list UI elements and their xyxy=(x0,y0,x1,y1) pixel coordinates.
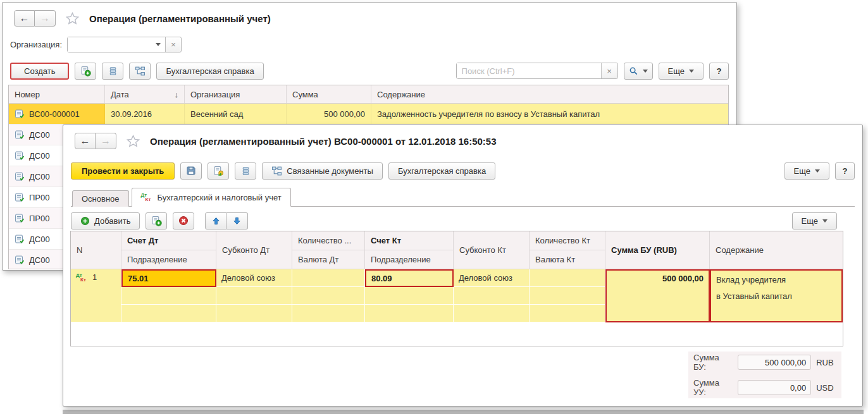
search-input[interactable] xyxy=(457,63,601,78)
credit-account-cell[interactable]: 80.09 xyxy=(365,269,454,287)
favorite-star-icon[interactable] xyxy=(66,12,79,25)
credit-quantity-cell[interactable] xyxy=(530,269,605,287)
total-uu-field[interactable]: 0,00 xyxy=(738,380,811,395)
move-down-button[interactable] xyxy=(226,212,248,229)
debit-currency-cell[interactable] xyxy=(292,287,365,305)
document-toolbar-right: Еще ? xyxy=(784,162,855,180)
grid-header-content[interactable]: Содержание xyxy=(710,231,843,269)
totals-panel: Сумма БУ: 500 000,00 RUB Сумма УУ: 0,00 … xyxy=(688,352,841,398)
credit-division-cell[interactable] xyxy=(365,287,454,305)
org-cell[interactable]: Весенний сад xyxy=(185,104,287,124)
content-cell[interactable]: Задолженность учредителя по взносу в Уст… xyxy=(371,104,728,124)
accounting-note-button[interactable]: Бухгалтерская справка xyxy=(388,162,495,180)
amount-cell[interactable]: 500 000,00 xyxy=(605,269,710,322)
accounting-note-button[interactable]: Бухгалтерская справка xyxy=(156,63,263,80)
more-button[interactable]: Еще xyxy=(659,63,704,80)
column-header-sum[interactable]: Сумма xyxy=(287,85,371,103)
sort-desc-icon: ↓ xyxy=(175,90,179,99)
content-line: в Уставный капитал xyxy=(716,291,792,301)
sum-cell[interactable]: 500 000,00 xyxy=(287,104,371,124)
empty-cell[interactable] xyxy=(365,305,454,322)
organization-combo[interactable]: × xyxy=(67,37,182,52)
clear-search-icon[interactable]: × xyxy=(601,63,617,78)
posted-document-icon xyxy=(15,109,25,119)
organization-input[interactable] xyxy=(68,37,151,52)
column-header-date[interactable]: Дата ↓ xyxy=(105,85,185,103)
empty-cell[interactable] xyxy=(216,305,292,322)
grid-header-credit-account[interactable]: Счет Кт xyxy=(365,231,454,250)
number-cell[interactable]: ВС00-000001 xyxy=(9,104,105,124)
document-toolbar: Провести и закрыть xyxy=(71,162,855,180)
nav-group: ← → xyxy=(14,10,56,27)
grid-header-n[interactable]: N xyxy=(71,231,121,269)
page-title: Операция (регламентированный учет) ВС00-… xyxy=(150,136,497,147)
column-header-number[interactable]: Номер xyxy=(9,85,105,103)
credit-subconto-cell[interactable]: Деловой союз xyxy=(454,269,530,287)
more-label: Еще xyxy=(668,66,685,76)
entry-content-cell[interactable]: Вклад учредителя в Уставный капитал xyxy=(710,269,843,322)
save-button[interactable] xyxy=(180,162,202,180)
post-document-button[interactable] xyxy=(208,162,229,180)
posted-document-icon xyxy=(15,234,25,244)
document-number: ДС00 xyxy=(29,235,50,244)
move-row-buttons xyxy=(205,212,248,229)
column-header-org[interactable]: Организация xyxy=(185,85,287,103)
delete-row-button[interactable] xyxy=(173,212,194,229)
related-documents-button[interactable]: Связанные документы xyxy=(262,162,383,180)
document-number: ПР00 xyxy=(29,193,49,202)
empty-cell[interactable] xyxy=(454,287,530,305)
more-button[interactable]: Еще xyxy=(784,162,829,180)
grid-header-debit-division[interactable]: Подразделение xyxy=(121,250,216,269)
table-row-selected[interactable]: ВС00-000001 30.09.2016 Весенний сад 500 … xyxy=(9,104,728,125)
empty-cell[interactable] xyxy=(216,287,292,305)
forward-button[interactable]: → xyxy=(96,133,116,149)
tab-main[interactable]: Основное xyxy=(72,190,129,207)
more-label: Еще xyxy=(802,216,818,226)
column-header-content[interactable]: Содержание xyxy=(371,85,728,103)
grid-header-debit-quantity[interactable]: Количество ... xyxy=(292,231,365,250)
date-cell[interactable]: 30.09.2016 xyxy=(105,104,185,124)
back-button[interactable]: ← xyxy=(14,10,35,27)
copy-row-button[interactable] xyxy=(146,212,167,229)
tab-accounting[interactable]: ДтКт Бухгалтерский и налоговый учет xyxy=(132,188,291,207)
grid-header-credit-subconto[interactable]: Субконто Кт xyxy=(454,231,530,269)
forward-button[interactable]: → xyxy=(35,10,56,27)
entry-n-cell[interactable]: ДтКт 1 xyxy=(71,269,121,322)
register-button[interactable] xyxy=(235,162,256,180)
add-row-button[interactable]: Добавить xyxy=(71,212,140,229)
clear-icon[interactable]: × xyxy=(165,37,181,52)
total-bu-field[interactable]: 500 000,00 xyxy=(738,355,811,370)
forward-arrow-icon: → xyxy=(101,135,111,147)
grid-header-credit-quantity[interactable]: Количество Кт xyxy=(530,231,605,250)
chevron-down-icon[interactable] xyxy=(151,37,165,52)
grid-header-debit-currency[interactable]: Валюта Дт xyxy=(292,250,365,269)
help-button[interactable]: ? xyxy=(835,162,855,180)
empty-cell[interactable] xyxy=(454,305,530,322)
debit-subconto-cell[interactable]: Деловой союз xyxy=(216,269,292,287)
arrow-up-icon xyxy=(211,216,221,226)
empty-cell[interactable] xyxy=(292,305,365,322)
favorite-star-icon[interactable] xyxy=(127,135,140,147)
grid-header-debit-account[interactable]: Счет Дт xyxy=(121,231,216,250)
help-button[interactable]: ? xyxy=(709,63,729,80)
credit-currency-cell[interactable] xyxy=(530,287,605,305)
grid-header-credit-currency[interactable]: Валюта Кт xyxy=(530,250,605,269)
debit-quantity-cell[interactable] xyxy=(292,269,365,287)
create-button[interactable]: Создать xyxy=(10,63,69,80)
total-uu-row: Сумма УУ: 0,00 USD xyxy=(693,378,836,397)
register-button[interactable] xyxy=(102,63,123,80)
debit-account-cell[interactable]: 75.01 xyxy=(121,269,216,287)
related-documents-button[interactable] xyxy=(129,63,151,80)
more-button[interactable]: Еще xyxy=(792,212,837,229)
grid-header-debit-subconto[interactable]: Субконто Дт xyxy=(216,231,292,269)
search-button[interactable] xyxy=(624,63,653,80)
debit-division-cell[interactable] xyxy=(121,287,216,305)
empty-cell[interactable] xyxy=(121,305,216,322)
back-button[interactable]: ← xyxy=(75,133,96,149)
post-and-close-button[interactable]: Провести и закрыть xyxy=(71,162,175,180)
move-up-button[interactable] xyxy=(205,212,226,229)
copy-document-button[interactable] xyxy=(75,63,96,80)
empty-cell[interactable] xyxy=(530,305,605,322)
grid-header-credit-division[interactable]: Подразделение xyxy=(365,250,454,269)
grid-header-amount[interactable]: Сумма БУ (RUB) xyxy=(605,231,710,269)
